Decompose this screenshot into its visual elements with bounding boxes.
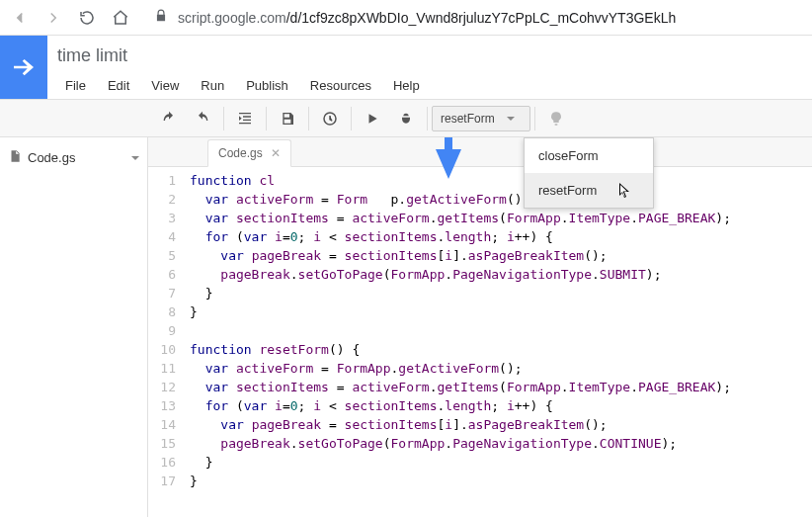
- file-item[interactable]: Code.gs: [0, 143, 147, 172]
- redo-icon[interactable]: [186, 104, 219, 133]
- back-icon[interactable]: [10, 8, 30, 28]
- reload-icon[interactable]: [77, 8, 97, 28]
- url-host: script.google.com: [178, 10, 286, 26]
- chevron-down-icon[interactable]: [131, 156, 139, 160]
- function-select[interactable]: resetForm: [432, 106, 530, 131]
- editor-tab-label: Code.gs: [218, 146, 263, 160]
- forward-icon[interactable]: [43, 8, 63, 28]
- editor-area: Code.gs ✕ closeForm resetForm 1234567891…: [148, 137, 812, 517]
- browser-bar: script.google.com/d/1cf9zc8pXWbDIo_Vwnd8…: [0, 0, 812, 36]
- debug-icon[interactable]: [389, 104, 423, 133]
- undo-icon[interactable]: [152, 104, 186, 133]
- project-title[interactable]: time limit: [55, 42, 802, 70]
- toolbar: resetForm: [0, 100, 812, 137]
- function-dropdown: closeForm resetForm: [524, 137, 654, 209]
- dropdown-item-resetform[interactable]: resetForm: [525, 173, 653, 208]
- menu-file[interactable]: File: [55, 72, 96, 99]
- url-path: /d/1cf9zc8pXWbDIo_Vwnd8rjuluzY7cPpLC_mCo…: [286, 10, 677, 26]
- menu-resources[interactable]: Resources: [300, 72, 381, 99]
- function-select-label: resetForm: [441, 112, 495, 126]
- code-content[interactable]: function cl var activeForm = Form p.getA…: [184, 167, 812, 517]
- address-bar[interactable]: script.google.com/d/1cf9zc8pXWbDIo_Vwnd8…: [144, 4, 802, 32]
- menu-view[interactable]: View: [141, 72, 189, 99]
- file-script-icon: [8, 149, 22, 166]
- editor-tab[interactable]: Code.gs ✕: [207, 139, 291, 167]
- tab-bar: Code.gs ✕: [148, 137, 812, 167]
- dropdown-item-closeform[interactable]: closeForm: [525, 138, 653, 173]
- line-gutter: 1234567891011121314151617: [148, 167, 184, 517]
- chevron-down-icon: [507, 117, 515, 121]
- save-icon[interactable]: [271, 104, 304, 133]
- triggers-icon[interactable]: [313, 104, 347, 133]
- lock-icon: [154, 9, 168, 26]
- menubar: File Edit View Run Publish Resources Hel…: [55, 72, 802, 99]
- home-icon[interactable]: [111, 8, 130, 28]
- app-header: time limit File Edit View Run Publish Re…: [0, 36, 812, 100]
- indent-icon[interactable]: [228, 104, 262, 133]
- close-icon[interactable]: ✕: [271, 146, 281, 160]
- menu-help[interactable]: Help: [383, 72, 430, 99]
- code-editor[interactable]: 1234567891011121314151617 function cl va…: [148, 167, 812, 517]
- menu-run[interactable]: Run: [191, 72, 234, 99]
- file-item-label: Code.gs: [28, 150, 75, 165]
- app-logo-icon[interactable]: [0, 36, 47, 99]
- menu-edit[interactable]: Edit: [98, 72, 139, 99]
- file-sidebar: Code.gs: [0, 137, 148, 517]
- menu-publish[interactable]: Publish: [236, 72, 298, 99]
- run-icon[interactable]: [356, 104, 389, 133]
- lightbulb-icon: [539, 104, 573, 133]
